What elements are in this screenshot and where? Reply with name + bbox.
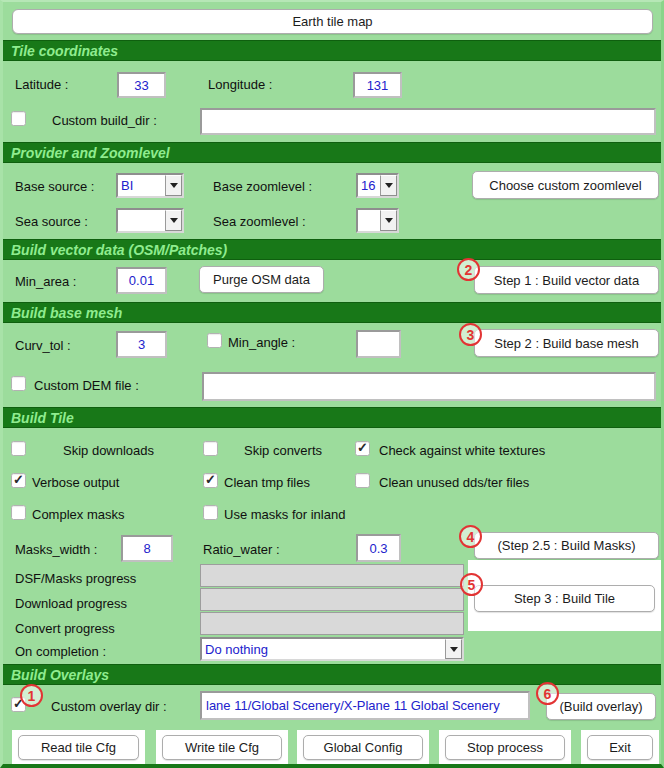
clean-unused-dds-label: Clean unused dds/ter files — [379, 475, 529, 491]
convert-progress-label: Convert progress — [15, 621, 115, 637]
on-completion-dropdown[interactable]: Do nothing — [200, 637, 464, 661]
download-progress-label: Download progress — [15, 596, 127, 612]
masks-width-input[interactable]: 8 — [121, 535, 173, 562]
section-header-provider-zoomlevel: Provider and Zoomlevel — [3, 142, 661, 163]
custom-build-dir-label: Custom build_dir : — [52, 113, 157, 129]
sea-source-dropdown[interactable] — [116, 208, 184, 233]
annotation-step3-badge: 5 — [460, 573, 483, 596]
use-masks-inland-label: Use masks for inland — [224, 507, 345, 523]
base-zoomlevel-value: 16 — [358, 175, 380, 196]
clean-tmp-files-label: Clean tmp files — [224, 475, 310, 491]
step25-build-masks-button[interactable]: (Step 2.5 : Build Masks) — [474, 532, 659, 559]
annotation-step2-badge: 3 — [459, 323, 482, 346]
section-header-build-vector: Build vector data (OSM/Patches) — [3, 239, 661, 260]
check-white-textures-label: Check against white textures — [379, 443, 545, 459]
ratio-water-label: Ratio_water : — [203, 542, 280, 558]
exit-button[interactable]: Exit — [587, 735, 653, 760]
annotation-overlay-badge: 1 — [20, 684, 43, 707]
earth-tile-map-button[interactable]: Earth tile map — [12, 9, 653, 34]
clean-unused-dds-checkbox[interactable] — [355, 473, 370, 488]
download-progress-bar — [200, 588, 464, 611]
min-area-input[interactable]: 0.01 — [116, 267, 167, 294]
custom-overlay-dir-input[interactable]: lane 11/Global Scenery/X-Plane 11 Global… — [200, 691, 530, 720]
chevron-down-icon[interactable] — [380, 175, 397, 196]
base-source-label: Base source : — [15, 179, 95, 195]
step3-build-tile-button[interactable]: Step 3 : Build Tile — [474, 585, 655, 612]
chevron-down-icon[interactable] — [165, 210, 182, 231]
on-completion-value: Do nothing — [202, 639, 445, 659]
complex-masks-label: Complex masks — [32, 507, 124, 523]
skip-converts-label: Skip converts — [244, 443, 322, 459]
masks-width-label: Masks_width : — [15, 542, 97, 558]
min-angle-checkbox[interactable] — [207, 333, 222, 348]
min-angle-label: Min_angle : — [228, 335, 295, 351]
section-header-tile-coordinates: Tile coordinates — [3, 40, 661, 61]
min-area-label: Min_area : — [15, 274, 76, 290]
complex-masks-checkbox[interactable] — [11, 505, 26, 520]
section-header-build-base-mesh: Build base mesh — [3, 302, 661, 323]
convert-progress-bar — [200, 612, 464, 635]
min-angle-input[interactable] — [356, 330, 401, 358]
use-masks-inland-checkbox[interactable] — [203, 505, 218, 520]
sea-source-label: Sea source : — [15, 214, 88, 230]
custom-dem-checkbox[interactable] — [11, 376, 26, 391]
base-source-value: BI — [118, 175, 165, 196]
verbose-output-checkbox[interactable] — [11, 473, 26, 488]
base-zoomlevel-label: Base zoomlevel : — [213, 179, 312, 195]
sea-zoomlevel-label: Sea zoomlevel : — [213, 214, 306, 230]
custom-build-dir-checkbox[interactable] — [11, 111, 26, 126]
latitude-input[interactable]: 33 — [117, 72, 166, 98]
choose-custom-zoomlevel-button[interactable]: Choose custom zoomlevel — [472, 171, 659, 199]
base-source-dropdown[interactable]: BI — [116, 173, 184, 198]
chevron-down-icon[interactable] — [165, 175, 182, 196]
annotation-step25-badge: 4 — [459, 525, 482, 548]
skip-downloads-label: Skip downloads — [63, 443, 154, 459]
latitude-label: Latitude : — [15, 77, 69, 93]
dsf-masks-progress-label: DSF/Masks progress — [15, 571, 136, 587]
custom-overlay-dir-label: Custom overlay dir : — [51, 699, 167, 715]
base-zoomlevel-dropdown[interactable]: 16 — [356, 173, 399, 198]
chevron-down-icon[interactable] — [380, 210, 397, 231]
dsf-masks-progress-bar — [200, 564, 464, 587]
longitude-input[interactable]: 131 — [353, 72, 402, 98]
section-header-build-overlays: Build Overlays — [3, 664, 661, 685]
curv-tol-label: Curv_tol : — [15, 338, 71, 354]
global-config-button[interactable]: Global Config — [303, 735, 423, 760]
ratio-water-input[interactable]: 0.3 — [356, 534, 401, 562]
custom-dem-label: Custom DEM file : — [34, 378, 139, 394]
clean-tmp-files-checkbox[interactable] — [203, 473, 218, 488]
step2-build-base-mesh-button[interactable]: Step 2 : Build base mesh — [474, 329, 659, 357]
check-white-textures-checkbox[interactable] — [355, 441, 370, 456]
build-overlay-button[interactable]: (Build overlay) — [546, 693, 656, 720]
annotation-build-overlay-badge: 6 — [536, 682, 559, 705]
ortho-tile-builder-window: Earth tile map Tile coordinates Latitude… — [0, 0, 664, 768]
read-tile-cfg-button[interactable]: Read tile Cfg — [18, 735, 139, 760]
step1-build-vector-button[interactable]: Step 1 : Build vector data — [474, 266, 659, 294]
write-tile-cfg-button[interactable]: Write tile Cfg — [162, 735, 282, 760]
purge-osm-data-button[interactable]: Purge OSM data — [199, 266, 324, 293]
section-header-build-tile: Build Tile — [3, 407, 661, 428]
skip-downloads-checkbox[interactable] — [11, 441, 26, 456]
skip-converts-checkbox[interactable] — [203, 441, 218, 456]
chevron-down-icon[interactable] — [445, 639, 462, 659]
on-completion-label: On completion : — [15, 644, 106, 660]
sea-source-value — [118, 210, 165, 231]
sea-zoomlevel-value — [358, 210, 380, 231]
annotation-step1-badge: 2 — [457, 258, 480, 281]
verbose-output-label: Verbose output — [32, 475, 119, 491]
custom-build-dir-input[interactable] — [200, 108, 656, 135]
custom-dem-input[interactable] — [202, 372, 656, 401]
sea-zoomlevel-dropdown[interactable] — [356, 208, 399, 233]
stop-process-button[interactable]: Stop process — [445, 735, 565, 760]
longitude-label: Longitude : — [208, 77, 272, 93]
curv-tol-input[interactable]: 3 — [116, 331, 167, 358]
